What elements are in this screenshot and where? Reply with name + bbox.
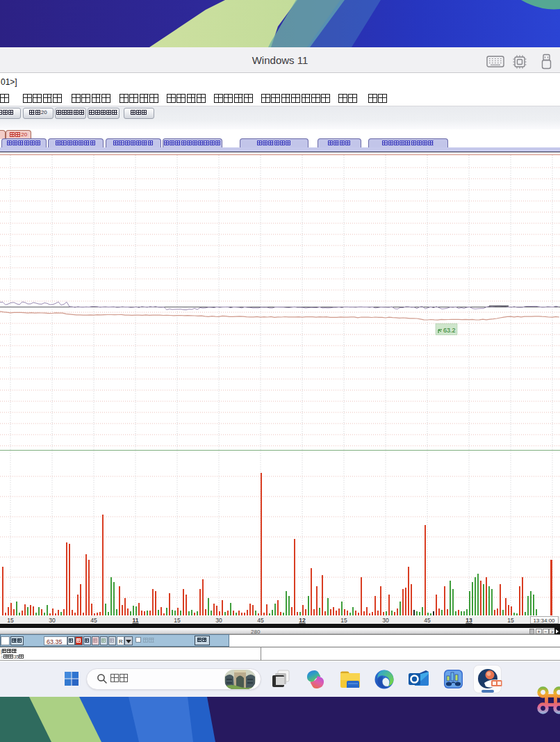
svg-text:45: 45 bbox=[257, 617, 264, 624]
svg-text:15: 15 bbox=[174, 617, 181, 624]
svg-text:30: 30 bbox=[49, 617, 56, 624]
svg-text:15: 15 bbox=[507, 617, 514, 624]
svg-text:45: 45 bbox=[424, 617, 431, 624]
svg-text:15: 15 bbox=[7, 617, 14, 624]
svg-text:45: 45 bbox=[90, 617, 97, 624]
svg-text:13: 13 bbox=[466, 617, 472, 624]
svg-text:11: 11 bbox=[133, 617, 139, 624]
svg-text:30: 30 bbox=[382, 617, 389, 624]
svg-text:30: 30 bbox=[215, 617, 222, 624]
svg-text:13:34:00: 13:34:00 bbox=[533, 618, 555, 624]
svg-text:15: 15 bbox=[340, 617, 347, 624]
svg-text:12: 12 bbox=[299, 617, 306, 624]
svg-text:63.2: 63.2 bbox=[443, 327, 456, 334]
